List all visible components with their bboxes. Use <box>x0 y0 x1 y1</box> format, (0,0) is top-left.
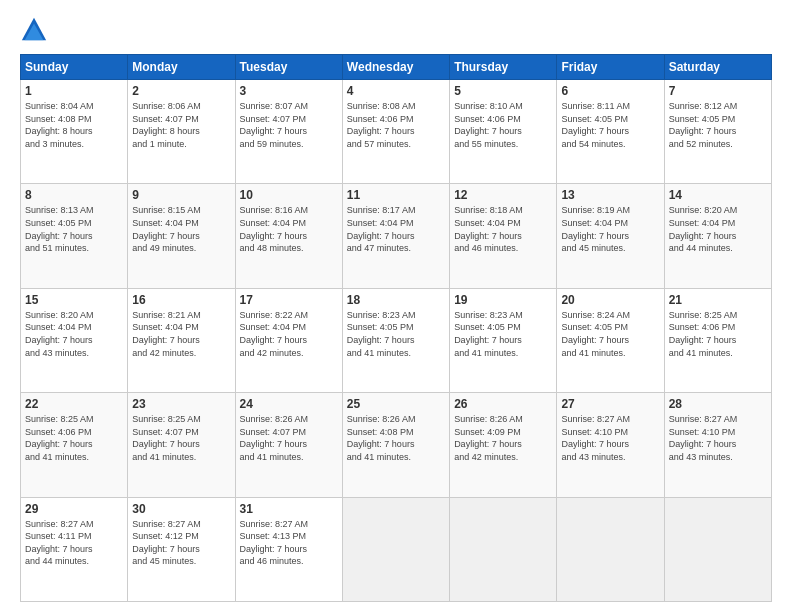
calendar-cell: 25Sunrise: 8:26 AM Sunset: 4:08 PM Dayli… <box>342 393 449 497</box>
day-number: 14 <box>669 188 767 202</box>
calendar-cell: 6Sunrise: 8:11 AM Sunset: 4:05 PM Daylig… <box>557 80 664 184</box>
calendar-week-row: 8Sunrise: 8:13 AM Sunset: 4:05 PM Daylig… <box>21 184 772 288</box>
calendar-week-row: 22Sunrise: 8:25 AM Sunset: 4:06 PM Dayli… <box>21 393 772 497</box>
day-number: 23 <box>132 397 230 411</box>
day-info: Sunrise: 8:23 AM Sunset: 4:05 PM Dayligh… <box>347 309 445 359</box>
day-number: 2 <box>132 84 230 98</box>
dow-header: Tuesday <box>235 55 342 80</box>
dow-header: Thursday <box>450 55 557 80</box>
calendar-cell <box>664 497 771 601</box>
day-info: Sunrise: 8:06 AM Sunset: 4:07 PM Dayligh… <box>132 100 230 150</box>
day-info: Sunrise: 8:15 AM Sunset: 4:04 PM Dayligh… <box>132 204 230 254</box>
calendar-cell: 19Sunrise: 8:23 AM Sunset: 4:05 PM Dayli… <box>450 288 557 392</box>
day-info: Sunrise: 8:19 AM Sunset: 4:04 PM Dayligh… <box>561 204 659 254</box>
day-info: Sunrise: 8:22 AM Sunset: 4:04 PM Dayligh… <box>240 309 338 359</box>
day-info: Sunrise: 8:21 AM Sunset: 4:04 PM Dayligh… <box>132 309 230 359</box>
day-info: Sunrise: 8:11 AM Sunset: 4:05 PM Dayligh… <box>561 100 659 150</box>
day-number: 11 <box>347 188 445 202</box>
calendar-cell: 17Sunrise: 8:22 AM Sunset: 4:04 PM Dayli… <box>235 288 342 392</box>
day-number: 31 <box>240 502 338 516</box>
day-info: Sunrise: 8:27 AM Sunset: 4:10 PM Dayligh… <box>561 413 659 463</box>
calendar-cell: 11Sunrise: 8:17 AM Sunset: 4:04 PM Dayli… <box>342 184 449 288</box>
day-number: 29 <box>25 502 123 516</box>
day-info: Sunrise: 8:27 AM Sunset: 4:12 PM Dayligh… <box>132 518 230 568</box>
header <box>20 16 772 44</box>
dow-header: Sunday <box>21 55 128 80</box>
day-number: 22 <box>25 397 123 411</box>
dow-header: Monday <box>128 55 235 80</box>
day-number: 15 <box>25 293 123 307</box>
day-number: 1 <box>25 84 123 98</box>
calendar-cell: 29Sunrise: 8:27 AM Sunset: 4:11 PM Dayli… <box>21 497 128 601</box>
day-number: 3 <box>240 84 338 98</box>
day-info: Sunrise: 8:27 AM Sunset: 4:10 PM Dayligh… <box>669 413 767 463</box>
calendar-cell: 7Sunrise: 8:12 AM Sunset: 4:05 PM Daylig… <box>664 80 771 184</box>
calendar-cell: 10Sunrise: 8:16 AM Sunset: 4:04 PM Dayli… <box>235 184 342 288</box>
calendar-week-row: 29Sunrise: 8:27 AM Sunset: 4:11 PM Dayli… <box>21 497 772 601</box>
calendar-cell: 24Sunrise: 8:26 AM Sunset: 4:07 PM Dayli… <box>235 393 342 497</box>
page: SundayMondayTuesdayWednesdayThursdayFrid… <box>0 0 792 612</box>
day-number: 20 <box>561 293 659 307</box>
day-number: 6 <box>561 84 659 98</box>
calendar-cell: 8Sunrise: 8:13 AM Sunset: 4:05 PM Daylig… <box>21 184 128 288</box>
day-number: 21 <box>669 293 767 307</box>
day-info: Sunrise: 8:25 AM Sunset: 4:06 PM Dayligh… <box>25 413 123 463</box>
calendar-cell: 27Sunrise: 8:27 AM Sunset: 4:10 PM Dayli… <box>557 393 664 497</box>
day-info: Sunrise: 8:20 AM Sunset: 4:04 PM Dayligh… <box>669 204 767 254</box>
dow-header: Friday <box>557 55 664 80</box>
day-info: Sunrise: 8:08 AM Sunset: 4:06 PM Dayligh… <box>347 100 445 150</box>
calendar-cell: 30Sunrise: 8:27 AM Sunset: 4:12 PM Dayli… <box>128 497 235 601</box>
day-info: Sunrise: 8:26 AM Sunset: 4:08 PM Dayligh… <box>347 413 445 463</box>
day-info: Sunrise: 8:07 AM Sunset: 4:07 PM Dayligh… <box>240 100 338 150</box>
day-info: Sunrise: 8:18 AM Sunset: 4:04 PM Dayligh… <box>454 204 552 254</box>
calendar-cell: 4Sunrise: 8:08 AM Sunset: 4:06 PM Daylig… <box>342 80 449 184</box>
day-info: Sunrise: 8:23 AM Sunset: 4:05 PM Dayligh… <box>454 309 552 359</box>
day-info: Sunrise: 8:12 AM Sunset: 4:05 PM Dayligh… <box>669 100 767 150</box>
day-number: 17 <box>240 293 338 307</box>
calendar-cell: 15Sunrise: 8:20 AM Sunset: 4:04 PM Dayli… <box>21 288 128 392</box>
day-number: 26 <box>454 397 552 411</box>
calendar-cell: 14Sunrise: 8:20 AM Sunset: 4:04 PM Dayli… <box>664 184 771 288</box>
logo-icon <box>20 16 48 44</box>
day-number: 16 <box>132 293 230 307</box>
day-number: 5 <box>454 84 552 98</box>
calendar-cell: 18Sunrise: 8:23 AM Sunset: 4:05 PM Dayli… <box>342 288 449 392</box>
days-of-week-row: SundayMondayTuesdayWednesdayThursdayFrid… <box>21 55 772 80</box>
day-number: 25 <box>347 397 445 411</box>
day-number: 24 <box>240 397 338 411</box>
calendar-cell: 5Sunrise: 8:10 AM Sunset: 4:06 PM Daylig… <box>450 80 557 184</box>
day-info: Sunrise: 8:25 AM Sunset: 4:07 PM Dayligh… <box>132 413 230 463</box>
calendar-cell: 9Sunrise: 8:15 AM Sunset: 4:04 PM Daylig… <box>128 184 235 288</box>
calendar-cell: 31Sunrise: 8:27 AM Sunset: 4:13 PM Dayli… <box>235 497 342 601</box>
calendar-cell: 23Sunrise: 8:25 AM Sunset: 4:07 PM Dayli… <box>128 393 235 497</box>
calendar-cell: 26Sunrise: 8:26 AM Sunset: 4:09 PM Dayli… <box>450 393 557 497</box>
calendar-cell: 20Sunrise: 8:24 AM Sunset: 4:05 PM Dayli… <box>557 288 664 392</box>
day-number: 30 <box>132 502 230 516</box>
day-info: Sunrise: 8:20 AM Sunset: 4:04 PM Dayligh… <box>25 309 123 359</box>
day-number: 12 <box>454 188 552 202</box>
calendar-cell: 3Sunrise: 8:07 AM Sunset: 4:07 PM Daylig… <box>235 80 342 184</box>
day-number: 19 <box>454 293 552 307</box>
calendar-cell <box>342 497 449 601</box>
calendar-cell <box>557 497 664 601</box>
day-info: Sunrise: 8:16 AM Sunset: 4:04 PM Dayligh… <box>240 204 338 254</box>
calendar-cell: 28Sunrise: 8:27 AM Sunset: 4:10 PM Dayli… <box>664 393 771 497</box>
day-number: 4 <box>347 84 445 98</box>
calendar-body: 1Sunrise: 8:04 AM Sunset: 4:08 PM Daylig… <box>21 80 772 602</box>
day-info: Sunrise: 8:26 AM Sunset: 4:07 PM Dayligh… <box>240 413 338 463</box>
logo <box>20 16 52 44</box>
day-info: Sunrise: 8:10 AM Sunset: 4:06 PM Dayligh… <box>454 100 552 150</box>
day-number: 9 <box>132 188 230 202</box>
day-info: Sunrise: 8:25 AM Sunset: 4:06 PM Dayligh… <box>669 309 767 359</box>
dow-header: Wednesday <box>342 55 449 80</box>
day-info: Sunrise: 8:27 AM Sunset: 4:13 PM Dayligh… <box>240 518 338 568</box>
day-number: 28 <box>669 397 767 411</box>
calendar-cell: 16Sunrise: 8:21 AM Sunset: 4:04 PM Dayli… <box>128 288 235 392</box>
day-number: 27 <box>561 397 659 411</box>
day-number: 7 <box>669 84 767 98</box>
calendar-table: SundayMondayTuesdayWednesdayThursdayFrid… <box>20 54 772 602</box>
calendar-cell: 22Sunrise: 8:25 AM Sunset: 4:06 PM Dayli… <box>21 393 128 497</box>
day-info: Sunrise: 8:13 AM Sunset: 4:05 PM Dayligh… <box>25 204 123 254</box>
day-number: 13 <box>561 188 659 202</box>
day-info: Sunrise: 8:26 AM Sunset: 4:09 PM Dayligh… <box>454 413 552 463</box>
